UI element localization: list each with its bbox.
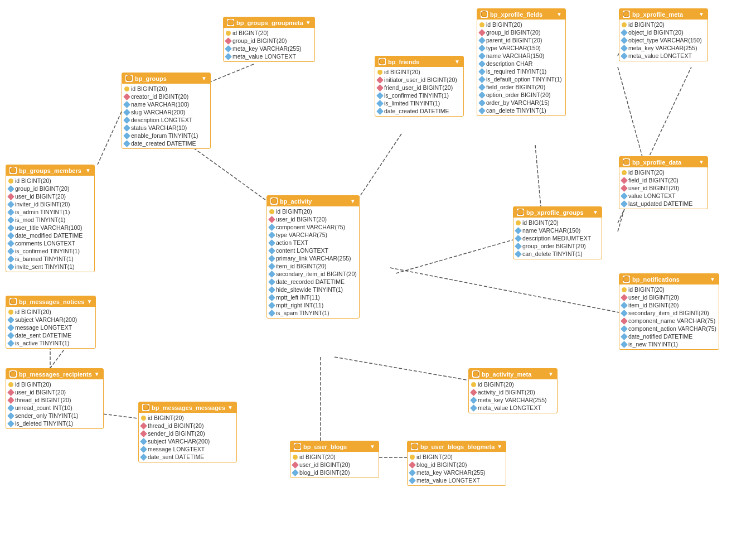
table-row: value LONGTEXT xyxy=(619,192,707,200)
field-text: meta_value LONGTEXT xyxy=(478,404,541,411)
table-row: sender_id BIGINT(20) xyxy=(139,430,236,437)
field-text: component VARCHAR(75) xyxy=(276,224,345,230)
table-bp_xprofile_data[interactable]: bp_xprofile_data▼id BIGINT(20)field_id B… xyxy=(619,156,708,209)
table-body-bp_messages_messages: id BIGINT(20)thread_id BIGINT(20)sender_… xyxy=(139,413,236,462)
field-icon xyxy=(123,101,130,108)
table-row: name VARCHAR(150) xyxy=(477,52,565,60)
table-row: user_id BIGINT(20) xyxy=(267,215,359,223)
field-icon xyxy=(123,117,130,124)
field-text: blog_id BIGINT(20) xyxy=(416,461,467,468)
field-icon xyxy=(621,37,628,44)
table-bp_messages_notices[interactable]: bp_messages_notices▼id BIGINT(20)subject… xyxy=(6,296,96,349)
dropdown-icon[interactable]: ▼ xyxy=(593,209,598,215)
dropdown-icon[interactable]: ▼ xyxy=(94,371,100,377)
field-text: date_sent DATETIME xyxy=(15,332,71,339)
dropdown-icon[interactable]: ▼ xyxy=(454,59,460,65)
field-text: message LONGTEXT xyxy=(148,446,205,452)
table-bp_groups_members[interactable]: bp_groups_members▼id BIGINT(20)group_id … xyxy=(6,165,95,272)
table-row: id BIGINT(20) xyxy=(619,168,707,176)
field-icon xyxy=(7,340,14,347)
dropdown-icon[interactable]: ▼ xyxy=(699,159,704,165)
field-icon xyxy=(7,232,14,239)
table-row: id BIGINT(20) xyxy=(6,177,94,185)
table-row: mptt_right INT(11) xyxy=(267,301,359,309)
field-icon xyxy=(376,92,384,99)
fk-icon xyxy=(470,389,477,396)
dropdown-icon[interactable]: ▼ xyxy=(556,11,562,17)
table-row: group_id BIGINT(20) xyxy=(224,37,314,45)
table-bp_friends[interactable]: bp_friends▼id BIGINT(20)initiator_user_i… xyxy=(375,56,464,117)
dropdown-icon[interactable]: ▼ xyxy=(306,20,311,26)
table-row: field_order BIGINT(20) xyxy=(477,83,565,91)
table-bp_user_blogs_blogmeta[interactable]: bp_user_blogs_blogmeta▼id BIGINT(20)blog… xyxy=(407,441,506,486)
table-row: is_new TINYINT(1) xyxy=(619,340,719,348)
table-row: blog_id BIGINT(20) xyxy=(408,461,506,469)
table-bp_user_blogs[interactable]: bp_user_blogs▼id BIGINT(20)user_id BIGIN… xyxy=(290,441,379,478)
dropdown-icon[interactable]: ▼ xyxy=(699,11,704,17)
field-text: secondary_item_id BIGINT(20) xyxy=(276,271,357,277)
table-header-bp_xprofile_meta: bp_xprofile_meta▼ xyxy=(619,9,707,20)
dropdown-icon[interactable]: ▼ xyxy=(497,443,502,450)
dropdown-icon[interactable]: ▼ xyxy=(201,75,207,81)
table-title-bp_messages_messages: bp_messages_messages xyxy=(152,404,225,411)
field-text: group_id BIGINT(20) xyxy=(15,185,69,192)
table-header-bp_xprofile_groups: bp_xprofile_groups▼ xyxy=(513,207,602,218)
table-body-bp_xprofile_meta: id BIGINT(20)object_id BIGINT(20)object_… xyxy=(619,20,707,61)
field-text: is_confirmed TINYINT(1) xyxy=(384,92,449,99)
table-icon xyxy=(623,158,630,166)
fk-icon xyxy=(292,461,299,469)
table-bp_messages_recipients[interactable]: bp_messages_recipients▼id BIGINT(20)user… xyxy=(6,368,104,429)
field-text: type VARCHAR(150) xyxy=(486,45,541,51)
table-row: thread_id BIGINT(20) xyxy=(6,396,103,404)
table-icon xyxy=(294,443,301,450)
svg-line-10 xyxy=(390,268,619,312)
field-icon xyxy=(478,52,486,60)
field-icon xyxy=(515,250,522,258)
table-bp_groups[interactable]: bp_groups▼id BIGINT(20)creator_id BIGINT… xyxy=(122,73,211,149)
table-bp_activity[interactable]: bp_activity▼id BIGINT(20)user_id BIGINT(… xyxy=(266,195,360,319)
field-text: object_type VARCHAR(150) xyxy=(628,37,702,44)
table-body-bp_groups_members: id BIGINT(20)group_id BIGINT(20)user_id … xyxy=(6,176,94,272)
table-bp_groups_groupmeta[interactable]: bp_groups_groupmeta▼id BIGINT(20)group_i… xyxy=(223,17,315,62)
table-bp_xprofile_fields[interactable]: bp_xprofile_fields▼id BIGINT(20)group_id… xyxy=(477,8,566,116)
table-bp_xprofile_groups[interactable]: bp_xprofile_groups▼id BIGINT(20)name VAR… xyxy=(513,206,602,259)
field-icon xyxy=(478,45,486,52)
field-text: description CHAR xyxy=(486,60,532,67)
table-row: friend_user_id BIGINT(20) xyxy=(375,84,463,91)
fk-icon xyxy=(376,84,384,91)
table-row: sender_only TINYINT(1) xyxy=(6,412,103,420)
dropdown-icon[interactable]: ▼ xyxy=(227,404,233,411)
table-row: id BIGINT(20) xyxy=(139,414,236,422)
fk-icon xyxy=(268,216,275,223)
field-text: id BIGINT(20) xyxy=(276,208,312,215)
field-text: field_order BIGINT(20) xyxy=(486,84,545,90)
dropdown-icon[interactable]: ▼ xyxy=(710,276,715,282)
table-row: meta_key VARCHAR(255) xyxy=(469,396,557,404)
field-text: activity_id BIGINT(20) xyxy=(478,389,535,396)
dropdown-icon[interactable]: ▼ xyxy=(85,167,91,173)
field-text: unread_count INT(10) xyxy=(15,404,72,411)
key-icon xyxy=(471,382,476,387)
key-icon xyxy=(293,455,298,460)
field-text: user_id BIGINT(20) xyxy=(299,461,350,468)
field-text: user_id BIGINT(20) xyxy=(276,216,327,223)
table-header-bp_xprofile_data: bp_xprofile_data▼ xyxy=(619,157,707,167)
table-row: is_deleted TINYINT(1) xyxy=(6,420,103,427)
dropdown-icon[interactable]: ▼ xyxy=(370,443,375,450)
dropdown-icon[interactable]: ▼ xyxy=(86,298,92,305)
table-header-bp_messages_recipients: bp_messages_recipients▼ xyxy=(6,369,103,379)
table-bp_xprofile_meta[interactable]: bp_xprofile_meta▼id BIGINT(20)object_id … xyxy=(619,8,708,61)
table-bp_activity_meta[interactable]: bp_activity_meta▼id BIGINT(20)activity_i… xyxy=(468,368,558,413)
table-row: meta_key VARCHAR(255) xyxy=(224,45,314,52)
table-row: item_id BIGINT(20) xyxy=(619,301,719,309)
table-bp_notifications[interactable]: bp_notifications▼id BIGINT(20)user_id BI… xyxy=(619,273,719,350)
table-row: message LONGTEXT xyxy=(6,324,95,331)
table-title-bp_groups: bp_groups xyxy=(135,75,167,82)
fk-icon xyxy=(225,37,232,45)
table-row: description CHAR xyxy=(477,60,565,68)
field-text: user_id BIGINT(20) xyxy=(15,193,66,200)
field-icon xyxy=(478,76,486,83)
dropdown-icon[interactable]: ▼ xyxy=(548,371,554,377)
table-bp_messages_messages[interactable]: bp_messages_messages▼id BIGINT(20)thread… xyxy=(138,402,237,462)
dropdown-icon[interactable]: ▼ xyxy=(350,198,356,204)
